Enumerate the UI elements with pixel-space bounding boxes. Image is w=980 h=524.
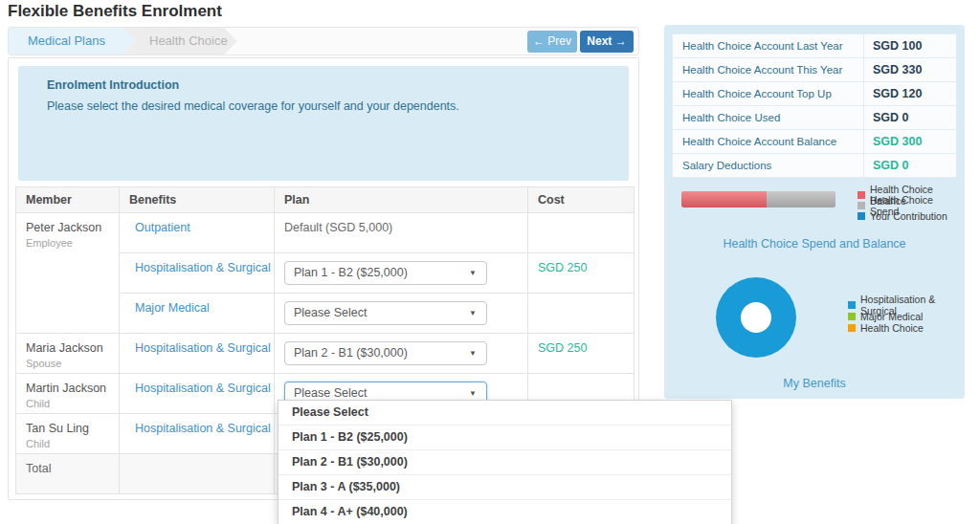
info-title: Enrolment Introduction [47,78,600,92]
plan-dropdown-menu: Please Select Plan 1 - B2 ($25,000) Plan… [278,400,732,524]
plan-option[interactable]: Plan 4 - A+ ($40,000) [278,500,731,524]
summary-row: Health Choice Account Last Year SGD 100 [673,34,957,58]
caret-down-icon: ▼ [469,302,477,324]
benefit-link-hosp-surgical[interactable]: Hospitalisation & Surgical [129,341,271,355]
summary-label: Salary Deductions [673,154,864,178]
wizard-step-label: Medical Plans [28,33,105,48]
summary-label: Health Choice Account This Year [673,58,864,82]
bar-segment-spend [767,191,835,207]
bar-segment-balance [681,191,767,207]
summary-value: SGD 330 [864,58,957,82]
summary-row: Health Choice Account Top Up SGD 120 [673,82,957,106]
benefits-donut-chart [716,277,796,358]
member-relation: Child [26,398,119,409]
cost-value: SGD 250 [538,261,587,274]
member-name: Peter Jackson [26,221,119,234]
plan-select[interactable]: Plan 1 - B2 ($25,000) ▼ [284,261,487,285]
spend-balance-bar-chart [681,191,835,207]
summary-label: Health Choice Account Last Year [673,34,864,58]
total-label: Total [16,454,120,494]
arrow-left-icon: ← [533,34,545,48]
cost-value: SGD 250 [538,341,587,355]
legend-swatch-green [848,313,856,320]
member-name: Martin Jackson [26,382,119,395]
member-cell-maria: Maria Jackson Spouse [16,334,120,374]
table-row: Maria Jackson Spouse Hospitalisation & S… [16,334,635,374]
legend-swatch-blue [848,301,856,309]
page-title: Flexible Benefits Enrolment [8,2,222,21]
plan-option[interactable]: Please Select [278,401,731,426]
benefit-link-hosp-surgical[interactable]: Hospitalisation & Surgical [129,422,271,435]
summary-label: Health Choice Account Balance [673,130,864,154]
benefit-link-hosp-surgical[interactable]: Hospitalisation & Surgical [129,261,271,274]
member-relation: Child [26,438,119,449]
donut-chart-legend: Hospitalisation & Surgical Major Medical… [848,299,965,334]
summary-value: SGD 300 [864,130,957,154]
table-row: Peter Jackson Employee Outpatient Defaul… [16,213,635,253]
wizard-step-label: Health Choice [149,33,228,48]
legend-swatch-gray [858,202,865,209]
caret-down-icon: ▼ [469,342,477,364]
member-cell-martin: Martin Jackson Child [16,374,120,414]
bar-chart-legend: Health Choice Balance Health Choice Spen… [858,189,965,221]
donut-chart-caption: My Benefits [664,377,965,390]
member-relation: Spouse [26,358,119,369]
summary-value: SGD 0 [864,154,957,178]
summary-value: SGD 100 [864,34,957,58]
legend-swatch-red [858,191,865,199]
plan-select[interactable]: Please Select ▼ [284,301,487,325]
plan-option[interactable]: Plan 1 - B2 ($25,000) [278,426,731,450]
prev-button[interactable]: ← Prev [527,31,577,53]
plan-select[interactable]: Plan 2 - B1 ($30,000) ▼ [284,341,487,365]
caret-down-icon: ▼ [469,262,477,284]
plan-option[interactable]: Plan 2 - B1 ($30,000) [278,450,731,475]
member-cell-tan: Tan Su Ling Child [16,414,120,454]
summary-row: Health Choice Account Balance SGD 300 [673,130,957,154]
wizard-step-medical-plans[interactable]: Medical Plans [9,28,136,55]
col-header-plan: Plan [275,187,528,213]
info-body: Please select the desired medical covera… [47,99,600,113]
plan-option[interactable]: Plan 3 - A ($35,000) [278,475,731,500]
table-header-row: Member Benefits Plan Cost [16,187,635,213]
enrolment-introduction-box: Enrolment Introduction Please select the… [18,66,629,181]
summary-value: SGD 0 [864,106,957,130]
col-header-benefits: Benefits [120,187,275,213]
col-header-member: Member [16,187,120,213]
summary-row: Health Choice Account This Year SGD 330 [673,58,957,82]
benefit-link-outpatient[interactable]: Outpatient [129,221,190,234]
wizard-step-health-choice[interactable]: Health Choice [122,28,237,55]
arrow-right-icon: → [615,34,627,48]
summary-label: Health Choice Used [673,106,864,130]
next-button[interactable]: Next → [580,31,634,53]
member-relation: Employee [26,237,119,249]
summary-table: Health Choice Account Last Year SGD 100 … [672,33,957,178]
summary-value: SGD 120 [864,82,957,106]
legend-swatch-blue [858,212,865,220]
summary-row: Salary Deductions SGD 0 [673,154,957,178]
member-name: Maria Jackson [26,341,119,355]
plan-static-text: Default (SGD 5,000) [275,213,528,253]
wizard-steps-bar: Medical Plans Health Choice ← Prev Next … [8,27,639,55]
benefit-link-major-medical[interactable]: Major Medical [129,301,210,315]
bar-chart-caption: Health Choice Spend and Balance [664,237,965,251]
donut-hole [741,302,771,333]
summary-label: Health Choice Account Top Up [673,82,864,106]
summary-row: Health Choice Used SGD 0 [673,106,957,130]
health-choice-summary-panel: Health Choice Account Last Year SGD 100 … [664,25,965,399]
col-header-cost: Cost [528,187,635,213]
legend-swatch-orange [848,324,856,332]
member-name: Tan Su Ling [26,422,119,435]
benefit-link-hosp-surgical[interactable]: Hospitalisation & Surgical [129,382,271,395]
member-cell-peter: Peter Jackson Employee [16,213,120,334]
